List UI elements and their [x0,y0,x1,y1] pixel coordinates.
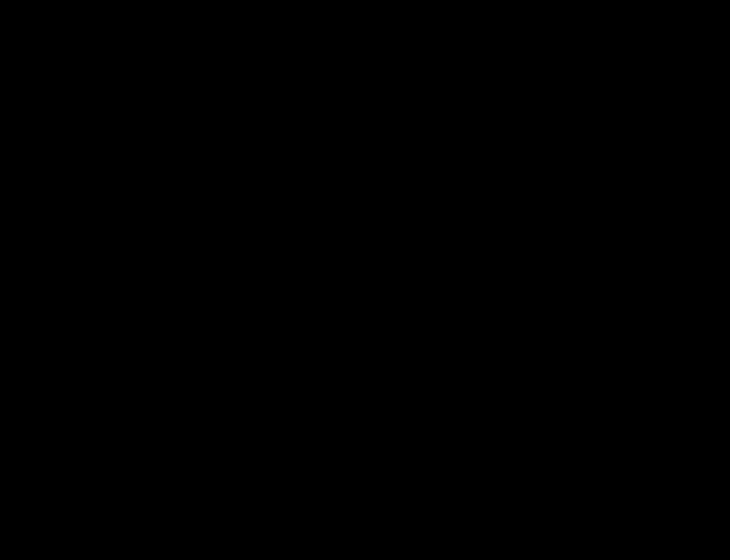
blank-gap [0,70,730,193]
